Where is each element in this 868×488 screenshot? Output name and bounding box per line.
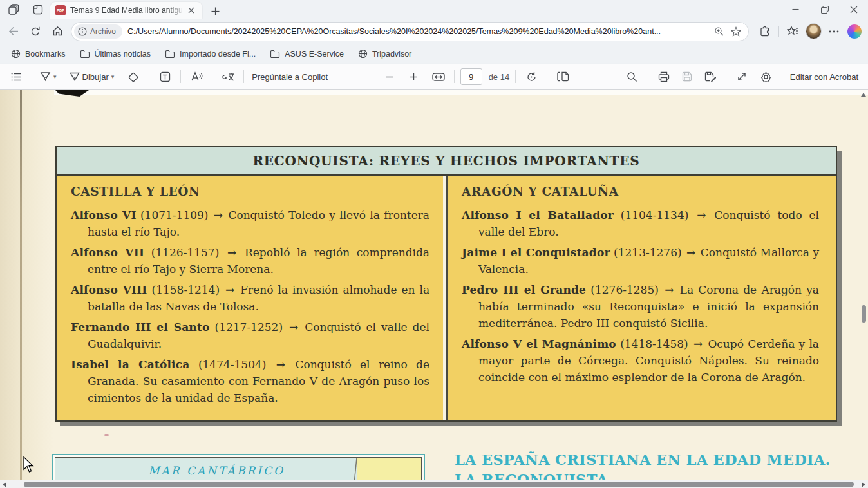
arrow-glyph: → (695, 209, 707, 221)
table-entry: Pedro III el Grande (1276-1285) → La Cor… (462, 281, 819, 332)
divider (180, 70, 181, 83)
edit-acrobat-label: Editar con Acrobat (790, 72, 858, 82)
vertical-scrollbar-thumb[interactable] (862, 305, 866, 323)
page-view-icon[interactable] (553, 67, 572, 86)
horizontal-scrollbar[interactable] (0, 480, 868, 488)
workspaces-icon[interactable] (4, 2, 23, 17)
favorite-star-icon[interactable] (728, 23, 744, 40)
divider (547, 70, 547, 83)
page-number-input[interactable] (460, 68, 482, 85)
folder-icon (270, 50, 280, 59)
zoom-page-icon[interactable] (711, 23, 728, 40)
info-icon (78, 27, 87, 36)
copilot-logo (847, 24, 862, 39)
copilot-icon[interactable] (845, 23, 864, 41)
table-header-band: RECONQUISTA: REYES Y HECHOS IMPORTANTES (57, 147, 836, 176)
pen-icon (70, 71, 80, 82)
arrow-glyph: → (288, 321, 299, 333)
extensions-icon[interactable] (755, 23, 775, 41)
browser-tab[interactable]: PDF Temas 9 Edad Media libro antigu (50, 2, 202, 19)
table-entry: Alfonso VIII (1158-1214) → Frenó la inva… (71, 281, 429, 315)
globe-icon (11, 49, 21, 59)
scan-artifact (104, 434, 109, 436)
bookmark-label: Últimas noticias (95, 50, 151, 59)
rotate-icon[interactable] (522, 67, 541, 86)
globe-icon (358, 49, 368, 59)
translate-icon[interactable] (218, 67, 238, 86)
vertical-scrollbar[interactable] (860, 91, 867, 478)
column-entries: Alfonso VI (1071-1109) → Conquistó Toled… (71, 207, 429, 406)
divider (454, 70, 455, 83)
bookmark-item-tripadvisor[interactable]: Tripadvisor (352, 46, 417, 61)
arrow-glyph: → (685, 246, 697, 259)
book-crease (20, 90, 22, 488)
table-entry: Alfonso I el Batallador (1104-1134) → Co… (462, 207, 819, 240)
zoom-in-icon[interactable] (404, 67, 424, 86)
settings-gear-icon[interactable] (757, 67, 776, 86)
draw-tool-button[interactable]: Dibujar ▾ (68, 67, 117, 86)
eraser-icon[interactable] (124, 67, 143, 86)
site-info-badge[interactable]: Archivo (74, 24, 122, 39)
bookmark-label: Importado desde Fi... (180, 50, 256, 59)
browser-titlebar: PDF Temas 9 Edad Media libro antigu (0, 0, 868, 19)
favorites-bar-icon[interactable] (783, 23, 802, 41)
draw-label: Dibujar (82, 72, 109, 82)
bookmark-item-bookmarks[interactable]: Bookmarks (5, 46, 71, 61)
edit-acrobat-button[interactable]: Editar con Acrobat (788, 67, 860, 86)
table-of-contents-icon[interactable] (6, 67, 26, 86)
back-icon[interactable] (3, 22, 24, 41)
bookmark-label: ASUS E-Service (285, 50, 344, 59)
minimize-button[interactable] (781, 0, 810, 19)
restore-button[interactable] (810, 0, 839, 19)
profile-avatar[interactable] (804, 23, 823, 41)
search-icon[interactable] (623, 67, 642, 86)
save-as-icon[interactable] (701, 67, 720, 86)
bookmark-folder-asus[interactable]: ASUS E-Service (264, 47, 350, 61)
scroll-left-arrow[interactable] (3, 482, 6, 487)
book-gutter (0, 90, 54, 488)
folder-icon (165, 50, 175, 59)
scroll-up-arrow[interactable] (861, 93, 866, 97)
divider (212, 70, 212, 83)
table-entry: Alfonso VI (1071-1109) → Conquistó Toled… (71, 207, 429, 240)
browser-window: PDF Temas 9 Edad Media libro antigu (0, 0, 868, 488)
page-total-label: de 14 (489, 72, 510, 82)
column-castilla: CASTILLA Y LEÓN Alfonso VI (1071-1109) →… (57, 176, 446, 420)
table-entry: Jaime I el Conquistador (1213-1276) → Co… (462, 244, 819, 277)
bookmark-folder-importado[interactable]: Importado desde Fi... (159, 47, 261, 61)
zoom-out-icon[interactable] (380, 67, 399, 86)
add-text-icon[interactable] (155, 67, 175, 86)
url-text[interactable]: C:/Users/Alumno/Documents/20242025%20CEP… (127, 27, 711, 36)
fullscreen-icon[interactable] (732, 67, 751, 86)
home-icon[interactable] (46, 22, 68, 41)
tab-actions-icon[interactable] (28, 2, 48, 17)
arrow-glyph: → (212, 209, 224, 221)
arrow-glyph: → (692, 337, 704, 350)
bookmark-folder-ultimas-noticias[interactable]: Últimas noticias (74, 47, 157, 61)
arrow-glyph: → (224, 283, 236, 296)
more-menu-icon[interactable] (824, 23, 844, 41)
read-aloud-icon[interactable] (187, 67, 206, 86)
svg-text:MAR CANTÁBRICO: MAR CANTÁBRICO (148, 464, 285, 477)
divider (243, 70, 244, 83)
new-tab-button[interactable] (207, 3, 223, 19)
divider (515, 70, 516, 83)
chevron-down-icon: ▾ (111, 73, 115, 80)
divider (726, 70, 726, 83)
column-aragon: ARAGÓN Y CATALUÑA Alfonso I el Batallado… (446, 176, 836, 420)
print-icon[interactable] (654, 67, 674, 86)
fit-width-icon[interactable] (429, 67, 448, 86)
folder-icon (80, 50, 90, 59)
highlight-tool-button[interactable]: ▾ (38, 67, 59, 86)
scan-corner-shadow (55, 90, 89, 97)
refresh-icon[interactable] (24, 22, 46, 41)
table-entry: Fernando III el Santo (1217-1252) → Conq… (71, 319, 429, 352)
horizontal-scrollbar-thumb[interactable] (24, 482, 854, 487)
save-icon[interactable] (677, 67, 697, 86)
divider (32, 70, 32, 83)
url-field[interactable]: Archivo C:/Users/Alumno/Documents/202420… (71, 22, 749, 41)
close-window-button[interactable] (839, 0, 868, 19)
scroll-right-arrow[interactable] (862, 482, 865, 487)
tab-close-icon[interactable] (185, 5, 197, 16)
ask-copilot-button[interactable]: Pregúntale a Copilot (250, 67, 330, 86)
